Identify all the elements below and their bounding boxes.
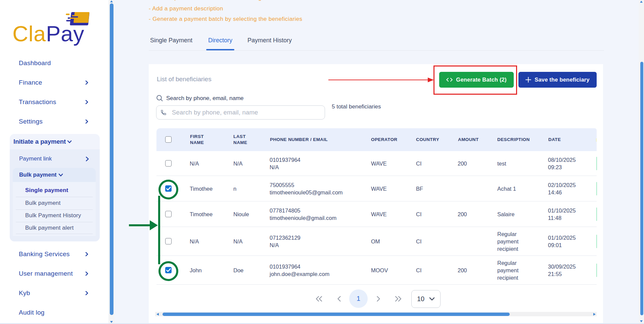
email-line: N/A <box>270 242 279 248</box>
time-line: 14:46 <box>548 189 562 195</box>
page-scrollbar[interactable] <box>639 0 644 324</box>
col-header-operator: OPERATOR <box>371 128 408 151</box>
sidebar-item-audit-log[interactable]: Audit log <box>19 309 45 317</box>
time-line: 09:01 <box>548 242 562 248</box>
sidebar: ClaPay Dashboard Finance Transactions Se… <box>0 0 108 324</box>
annotation-green-arrow <box>129 224 150 226</box>
pagination-last-button[interactable] <box>393 294 403 304</box>
scroll-up-icon[interactable] <box>110 0 113 2</box>
time-line: 09:23 <box>548 164 562 170</box>
sidebar-item-bulk-payment[interactable]: Bulk payment <box>25 199 60 207</box>
table-row[interactable]: John Doe 0101937964john.doe@example.com … <box>156 256 597 285</box>
pagination-prev-button[interactable] <box>334 294 344 304</box>
sidebar-subgroup-bulk-payment[interactable]: Bulk payment <box>13 168 96 182</box>
sidebar-item-label: Single payment <box>25 187 68 194</box>
pagination-current-page[interactable]: 1 <box>349 289 368 308</box>
row-checkbox[interactable] <box>165 211 172 217</box>
col-header-description: DESCRIPTION <box>497 128 538 151</box>
sidebar-item-label: Dashboard <box>19 59 51 67</box>
email-line: timotheenioule05@gmail.com <box>270 189 343 195</box>
table-row[interactable]: Timothee n 75005555timotheenioule05@gmai… <box>156 176 597 201</box>
save-beneficiary-button[interactable]: Save the beneficiary <box>518 72 597 88</box>
cell-description: Salaire <box>497 201 532 227</box>
scroll-right-icon[interactable] <box>593 313 596 316</box>
phone-line: 0712362129 <box>270 235 301 241</box>
chevron-down-icon <box>58 174 63 177</box>
tab-single-payment[interactable]: Single Payment <box>150 36 192 44</box>
header-checkbox-cell <box>165 136 172 143</box>
row-checkbox[interactable] <box>165 238 172 244</box>
brand-logo[interactable]: ClaPay <box>0 0 101 50</box>
date-line: 08/10/2025 <box>548 157 576 163</box>
save-beneficiary-label: Save the beneficiary <box>535 77 590 83</box>
cell-country: CI <box>416 256 455 284</box>
table-row[interactable]: N/A N/A 0101937964N/A WAVE CI 200 test 0… <box>156 151 597 176</box>
scroll-down-icon[interactable] <box>110 321 113 323</box>
sidebar-item-user-management[interactable]: User management <box>19 270 73 278</box>
cell-amount <box>458 227 493 256</box>
sidebar-item-label: User management <box>19 270 73 277</box>
sidebar-item-bulk-payment-history[interactable]: Bulk Payment History <box>25 212 81 219</box>
select-all-checkbox[interactable] <box>165 136 172 143</box>
tab-directory[interactable]: Directory <box>208 36 232 44</box>
chevron-down-icon <box>429 297 435 301</box>
scroll-down-icon[interactable] <box>640 320 643 322</box>
sidebar-item-kyb[interactable]: Kyb <box>19 289 30 297</box>
tab-payment-history[interactable]: Payment History <box>247 36 292 44</box>
chevron-right-icon <box>86 155 89 163</box>
row-action-sliver <box>596 182 597 195</box>
cell-phone-email: 0101937964john.doe@example.com <box>270 256 369 284</box>
header-edge-sliver <box>596 138 597 142</box>
tab-label: Payment History <box>247 37 292 44</box>
panel-title: List of beneficiaries <box>157 76 212 83</box>
chevron-right-icon <box>85 98 88 106</box>
current-page-number: 1 <box>357 295 360 303</box>
page-size-select[interactable]: 10 <box>411 290 441 308</box>
annotation-red-arrowhead <box>428 78 434 82</box>
annotation-green-arrowhead <box>150 220 158 230</box>
sidebar-item-label: Bulk Payment History <box>25 212 81 219</box>
table-row[interactable]: N/A N/A 0712362129N/A OM CI Regular paym… <box>156 227 597 256</box>
scroll-up-icon[interactable] <box>640 1 643 3</box>
col-header-amount: AMOUNT <box>458 128 488 151</box>
cell-description: Regular payment recipient <box>497 256 532 284</box>
sidebar-group-initiate-payment: Initiate a payment Payment link Bulk pay… <box>10 134 100 241</box>
table-horizontal-scrollbar-thumb[interactable] <box>163 313 510 316</box>
sidebar-item-initiate-a-payment[interactable]: Initiate a payment <box>13 138 72 146</box>
sidebar-item-finance[interactable]: Finance <box>19 79 42 87</box>
col-header-country: COUNTRY <box>416 128 450 151</box>
plus-icon <box>525 77 531 83</box>
sidebar-scrollbar[interactable] <box>108 0 114 324</box>
col-header-last-name: LAST NAME <box>233 128 254 151</box>
cell-first-name: N/A <box>190 227 232 256</box>
scroll-left-icon[interactable] <box>156 313 159 316</box>
sidebar-item-bulk-payment-alert[interactable]: Bulk payment alert <box>25 224 74 232</box>
pagination-first-button[interactable] <box>314 294 324 304</box>
sidebar-item-banking-services[interactable]: Banking Services <box>19 250 70 258</box>
divider <box>16 222 93 222</box>
table-row[interactable]: Timothee Nioule 0778174805timotheenioule… <box>156 201 597 227</box>
sidebar-subgroup-label: Bulk payment <box>19 172 56 178</box>
search-input[interactable] <box>172 106 313 119</box>
sidebar-item-payment-link[interactable]: Payment link <box>19 155 52 163</box>
chevron-down-icon <box>67 140 72 143</box>
cell-amount: 200 <box>458 256 493 284</box>
cell-first-name: John <box>190 256 232 284</box>
sidebar-subgroup-header: Bulk payment <box>19 171 63 179</box>
pagination-next-button[interactable] <box>374 294 383 304</box>
row-action-sliver <box>596 264 597 277</box>
divider <box>16 197 93 197</box>
sidebar-item-settings[interactable]: Settings <box>19 118 43 126</box>
cell-phone-email: 0101937964N/A <box>270 151 369 176</box>
cell-last-name: N/A <box>233 151 268 176</box>
row-checkbox[interactable] <box>165 160 172 167</box>
sidebar-item-transactions[interactable]: Transactions <box>19 98 56 106</box>
page-scrollbar-thumb[interactable] <box>640 62 644 315</box>
phone-icon <box>160 109 167 115</box>
cell-checkbox <box>165 227 175 256</box>
sidebar-scrollbar-thumb[interactable] <box>110 3 113 315</box>
annotation-green-circle-2 <box>158 261 178 281</box>
sidebar-item-single-payment[interactable]: Single payment <box>25 187 68 194</box>
sidebar-item-dashboard[interactable]: Dashboard <box>19 59 51 67</box>
annotation-green-line <box>158 196 160 264</box>
